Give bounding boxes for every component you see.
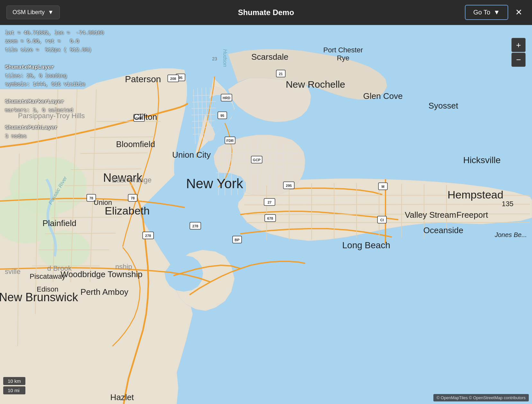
svg-text:sville: sville [5, 268, 21, 276]
svg-text:21: 21 [279, 72, 283, 76]
goto-dropdown-icon: ▼ [493, 9, 500, 16]
svg-text:Valley Stream: Valley Stream [405, 210, 456, 220]
svg-text:Scarsdale: Scarsdale [251, 52, 288, 62]
svg-text:Jones Be...: Jones Be... [494, 231, 527, 238]
svg-text:95: 95 [220, 114, 224, 118]
svg-text:Glen Cove: Glen Cove [363, 91, 403, 101]
app-title: Shumate Demo [238, 8, 294, 17]
map-style-dropdown[interactable]: OSM Liberty ▼ [6, 5, 60, 19]
svg-text:New Rochelle: New Rochelle [286, 79, 345, 90]
svg-text:Hudson: Hudson [222, 49, 228, 67]
svg-text:New York: New York [186, 176, 243, 191]
zoom-controls: + − [511, 38, 526, 67]
svg-text:nship: nship [115, 263, 132, 271]
svg-text:CI: CI [380, 218, 384, 222]
scale-bars: 10 km 10 mi [3, 377, 25, 394]
svg-text:678: 678 [267, 216, 273, 220]
svg-text:78: 78 [89, 196, 93, 200]
svg-text:HRD: HRD [223, 96, 230, 100]
svg-text:Syosset: Syosset [429, 101, 458, 110]
header-right: Go To ▼ ✕ [465, 5, 526, 20]
svg-text:Freeport: Freeport [457, 210, 488, 220]
svg-text:135: 135 [502, 200, 514, 208]
scale-mi: 10 mi [3, 386, 25, 394]
svg-text:Woodbridge Township: Woodbridge Township [61, 269, 143, 279]
app-header: OSM Liberty ▼ Shumate Demo Go To ▼ ✕ [0, 0, 532, 25]
svg-text:Union City: Union City [172, 150, 211, 160]
lat-value: 40.71882 [24, 30, 49, 36]
scale-km: 10 km [3, 377, 25, 385]
map-layer-title: ShumateMapLayer [5, 63, 104, 72]
lon-value: -74.00160 [76, 30, 104, 36]
svg-text:95: 95 [179, 76, 182, 80]
svg-text:Long Beach: Long Beach [342, 240, 390, 250]
close-button[interactable]: ✕ [512, 6, 526, 19]
svg-text:278: 278 [192, 224, 198, 228]
attribution: © OpenMapTiles © OpenStreetMap contribut… [433, 394, 529, 401]
svg-text:278: 278 [145, 234, 151, 238]
info-overlay: lat = 40.71882, lon = -74.00160 zoom = 9… [0, 25, 109, 145]
dropdown-icon: ▼ [48, 9, 54, 16]
zoom-line: zoom = 9.00, rot = 0.0 [5, 37, 104, 46]
svg-text:Port Chester: Port Chester [323, 46, 363, 54]
map-style-label: OSM Liberty [13, 9, 45, 16]
svg-text:Rye: Rye [337, 54, 349, 62]
svg-text:FDR: FDR [226, 139, 234, 143]
goto-button[interactable]: Go To ▼ [465, 5, 508, 20]
svg-text:New Brunswick: New Brunswick [0, 291, 78, 304]
svg-text:Elizabeth: Elizabeth [105, 205, 150, 217]
svg-text:Bloomfield: Bloomfield [116, 139, 155, 149]
svg-text:Clifton: Clifton [133, 112, 157, 122]
zoom-out-button[interactable]: − [511, 53, 526, 67]
svg-text:208: 208 [170, 77, 176, 81]
svg-text:Paterson: Paterson [125, 74, 161, 84]
goto-label: Go To [473, 9, 490, 16]
svg-text:GCP: GCP [253, 158, 261, 162]
markers-line: markers: 3, 0 selected [5, 106, 104, 115]
symbols-line: symbols: 1444, 616 visible [5, 80, 104, 89]
path-layer-title: ShumatePathLayer [5, 123, 104, 132]
svg-text:Perth Amboy: Perth Amboy [81, 287, 129, 297]
svg-text:Oceanside: Oceanside [423, 225, 463, 235]
svg-text:East Orange: East Orange [112, 176, 152, 184]
nodes-line: 3 nodes [5, 132, 104, 141]
svg-text:78: 78 [131, 196, 135, 200]
zoom-value: 9.00 [27, 39, 39, 44]
svg-text:BP: BP [235, 238, 239, 242]
svg-text:Piscataway: Piscataway [30, 272, 65, 280]
rot-value: 0.0 [70, 39, 79, 44]
tile-size-value: 512px ( 512.00) [45, 47, 92, 53]
svg-text:Plainfield: Plainfield [42, 218, 76, 228]
svg-text:295: 295 [286, 184, 292, 188]
coords-line: lat = 40.71882, lon = -74.00160 [5, 29, 104, 37]
svg-text:23: 23 [212, 56, 217, 61]
svg-text:M: M [381, 185, 384, 189]
marker-layer-title: ShumateMarkerLayer [5, 97, 104, 106]
tiles-line: tiles: 25, 0 loading [5, 72, 104, 80]
svg-text:Hempstead: Hempstead [448, 189, 503, 201]
zoom-in-button[interactable]: + [511, 38, 526, 52]
svg-text:Hazlet: Hazlet [110, 392, 134, 402]
tile-size-line: tile size = 512px ( 512.00) [5, 46, 104, 54]
svg-text:Hicksville: Hicksville [463, 155, 501, 165]
svg-text:27: 27 [268, 200, 271, 204]
map-area[interactable]: 95 HRD 95 FDR GCP 78 78 278 278 BP 27 29… [0, 25, 532, 404]
